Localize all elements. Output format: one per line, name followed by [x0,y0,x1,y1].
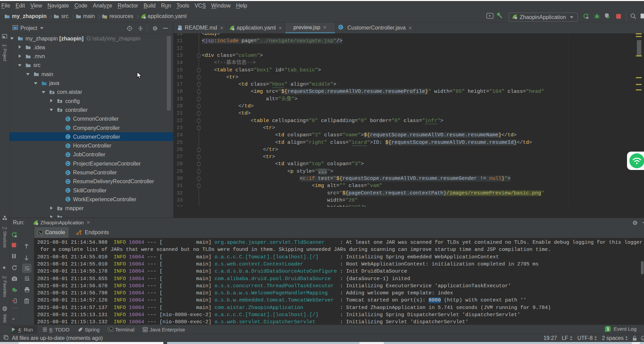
svg-text:C: C [67,144,69,148]
svg-text:C: C [67,153,69,157]
svg-text:C: C [67,171,69,175]
svg-text:C: C [339,25,342,29]
svg-text:C: C [67,161,69,166]
svg-text:MD: MD [178,28,181,30]
svg-text:C: C [67,126,69,130]
svg-text:C: C [67,197,69,201]
svg-text:C: C [67,179,69,184]
svg-text:C: C [67,188,69,192]
svg-text:C: C [67,117,69,121]
svg-text:C: C [67,135,69,139]
